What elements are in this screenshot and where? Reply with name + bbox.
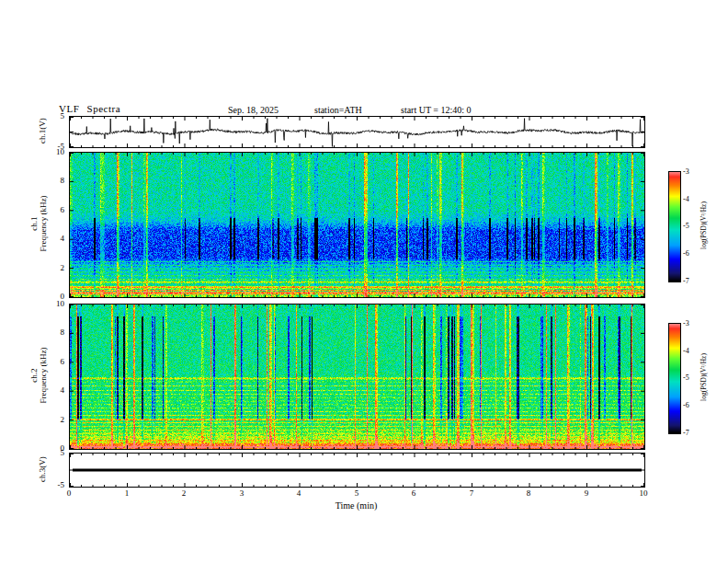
xtick-1: 1	[118, 488, 136, 498]
xtick-5: 5	[347, 488, 366, 498]
figure-title: VLF Spectra	[59, 103, 120, 114]
xtick-10: 10	[634, 488, 653, 498]
spec2-ytick-2: 2	[48, 415, 64, 424]
cbar2-tick-m5: -5	[683, 373, 689, 382]
xtick-0: 0	[60, 488, 78, 498]
ch1-ytick-top: 5	[48, 111, 64, 121]
spec1-ytick-4: 4	[48, 234, 64, 243]
cbar1-tick-m6: -6	[683, 249, 689, 258]
cbar2-tick-m3: -3	[683, 319, 689, 327]
spec1-frequency-axis-label: Frequency (kHz)	[39, 195, 48, 251]
spec2-ytick-10: 10	[48, 299, 64, 308]
spec1-ytick-2: 2	[48, 263, 64, 272]
figure-date: Sep. 18, 2025	[228, 105, 279, 115]
xtick-9: 9	[577, 488, 596, 498]
spec2-channel-label: ch.2	[29, 347, 39, 403]
xtick-4: 4	[290, 488, 308, 498]
spec1-ytick-6: 6	[48, 205, 64, 214]
cbar2-label: log(PSD)(V²/Hz)	[700, 353, 708, 401]
xtick-6: 6	[404, 488, 423, 498]
station-label: station=ATH	[314, 105, 362, 115]
colorbar-1	[668, 171, 681, 282]
cbar2-tick-m6: -6	[683, 401, 689, 409]
ch1-spectrogram-plot	[69, 152, 645, 298]
cbar1-tick-m7: -7	[683, 277, 689, 285]
ch2-spectrogram-plot	[69, 304, 645, 450]
xtick-2: 2	[175, 488, 193, 498]
ch3-voltage-axis-label: ch.3(V)	[38, 456, 47, 482]
cbar2-tick-m7: -7	[683, 429, 689, 437]
cbar1-tick-m4: -4	[683, 195, 689, 203]
xtick-3: 3	[233, 488, 251, 498]
start-ut-label: start UT = 12:40: 0	[401, 105, 472, 115]
cbar1-tick-m5: -5	[683, 222, 689, 230]
cbar1-tick-m3: -3	[683, 167, 689, 176]
spec1-ytick-10: 10	[48, 147, 64, 156]
xtick-7: 7	[462, 488, 481, 498]
cbar2-tick-m4: -4	[683, 347, 689, 355]
ch1-waveform-plot	[69, 116, 645, 148]
ch3-waveform-plot	[69, 453, 645, 488]
ch3-ytick-top: 5	[48, 448, 64, 457]
spec1-channel-label: ch.1	[29, 195, 39, 251]
spec2-ytick-8: 8	[48, 327, 64, 337]
colorbar-2	[668, 323, 681, 434]
spec2-frequency-axis-label: Frequency (kHz)	[39, 347, 48, 403]
spec1-ytick-8: 8	[48, 176, 64, 185]
spec2-ytick-4: 4	[48, 385, 64, 395]
time-axis-label: Time (min)	[69, 500, 643, 511]
vlf-spectra-figure: VLF Spectra Sep. 18, 2025 station=ATH st…	[0, 0, 728, 563]
cbar1-label: log(PSD)(V²/Hz)	[700, 201, 708, 249]
spec2-ytick-6: 6	[48, 357, 64, 366]
ch1-voltage-axis-label: ch.1(V)	[38, 118, 47, 144]
xtick-8: 8	[519, 488, 538, 498]
